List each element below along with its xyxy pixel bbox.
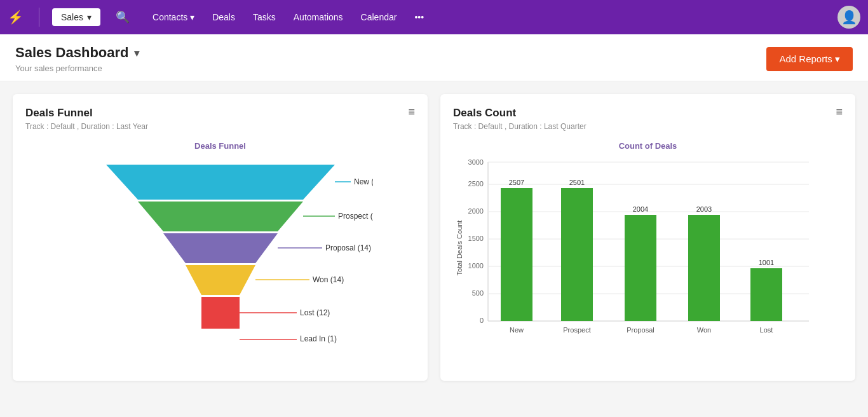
count-track-label: Track : Default , Duration : Last Quarte… (453, 122, 587, 131)
main-content: Deals Funnel Track : Default , Duration … (0, 81, 868, 393)
x-label-new: New (510, 326, 524, 334)
page-header: Sales Dashboard ▾ Your sales performance… (0, 34, 868, 81)
x-label-lost: Lost (760, 326, 773, 334)
y-axis-title: Total Deals Count (456, 221, 463, 276)
page-title: Sales Dashboard ▾ (15, 44, 139, 61)
navbar: ⚡ Sales ▾ 🔍 Contacts ▾ Deals Tasks Autom… (0, 0, 868, 34)
funnel-label-leadin: Lead In (1) (300, 334, 337, 343)
x-label-proposal: Proposal (627, 326, 654, 334)
bar-label-prospect: 2501 (569, 179, 585, 186)
funnel-stage-won (186, 265, 255, 295)
funnel-track-label: Track : Default , Duration : Last Year (25, 122, 148, 131)
y-label-0: 0 (480, 317, 484, 324)
bar-won (688, 215, 720, 321)
bar-chart-title: Count of Deals (453, 141, 843, 151)
y-label-500: 500 (472, 289, 484, 297)
y-label-1500: 1500 (468, 235, 484, 242)
page-title-area: Sales Dashboard ▾ Your sales performance (15, 44, 139, 73)
nav-automations[interactable]: Automations (286, 8, 351, 26)
count-menu-icon[interactable]: ≡ (836, 106, 843, 119)
bar-lost (750, 268, 782, 321)
sales-dropdown-label: Sales (61, 12, 83, 22)
chevron-down-icon: ▾ (87, 12, 92, 22)
page-title-text: Sales Dashboard (15, 44, 129, 61)
bar-label-lost: 1001 (759, 259, 774, 266)
deals-funnel-card: Deals Funnel Track : Default , Duration … (13, 94, 428, 381)
y-label-3000: 3000 (468, 158, 484, 166)
funnel-svg: New (24) Prospect (10) Proposal (14) Won… (68, 158, 373, 368)
x-label-won: Won (697, 326, 711, 334)
app-logo: ⚡ (8, 10, 24, 25)
y-label-1000: 1000 (468, 262, 484, 270)
y-label-2000: 2000 (468, 207, 484, 215)
bar-prospect (561, 188, 593, 321)
funnel-label-new: New (24) (354, 177, 373, 186)
count-card-title: Deals Count (453, 107, 587, 120)
funnel-label-proposal: Proposal (14) (325, 243, 371, 252)
nav-contacts[interactable]: Contacts ▾ (145, 8, 202, 26)
bar-label-proposal: 2004 (633, 205, 648, 213)
y-label-2500: 2500 (468, 180, 484, 188)
chevron-down-icon[interactable]: ▾ (134, 47, 139, 59)
funnel-stage-proposal (163, 233, 278, 263)
funnel-stage-lost (201, 297, 240, 329)
funnel-label-lost: Lost (12) (300, 308, 330, 317)
nav-items: Contacts ▾ Deals Tasks Automations Calen… (145, 8, 827, 26)
search-icon[interactable]: 🔍 (111, 8, 135, 27)
nav-divider (39, 8, 39, 27)
funnel-menu-icon[interactable]: ≡ (408, 106, 415, 119)
funnel-label-prospect: Prospect (10) (338, 212, 373, 221)
sales-dropdown[interactable]: Sales ▾ (52, 8, 100, 26)
page-subtitle: Your sales performance (15, 64, 139, 73)
add-reports-button[interactable]: Add Reports ▾ (766, 47, 853, 71)
nav-calendar[interactable]: Calendar (353, 8, 405, 26)
funnel-label-won: Won (14) (313, 275, 344, 284)
bar-new (501, 188, 532, 321)
bar-chart-svg: 0 500 1000 1500 2000 2500 3000 Total Dea… (453, 156, 822, 353)
bar-label-new: 2507 (509, 179, 524, 186)
funnel-stage-prospect (138, 202, 303, 231)
nav-deals[interactable]: Deals (205, 8, 243, 26)
nav-tasks[interactable]: Tasks (245, 8, 283, 26)
funnel-card-title: Deals Funnel (25, 107, 148, 120)
funnel-stage-new (106, 165, 335, 200)
bar-label-won: 2003 (696, 205, 712, 213)
x-label-prospect: Prospect (563, 326, 590, 334)
bar-proposal (625, 215, 656, 321)
nav-more[interactable]: ••• (407, 8, 431, 26)
funnel-chart-title: Deals Funnel (25, 141, 415, 151)
deals-count-card: Deals Count Track : Default , Duration :… (440, 94, 855, 381)
avatar[interactable]: 👤 (837, 6, 860, 29)
